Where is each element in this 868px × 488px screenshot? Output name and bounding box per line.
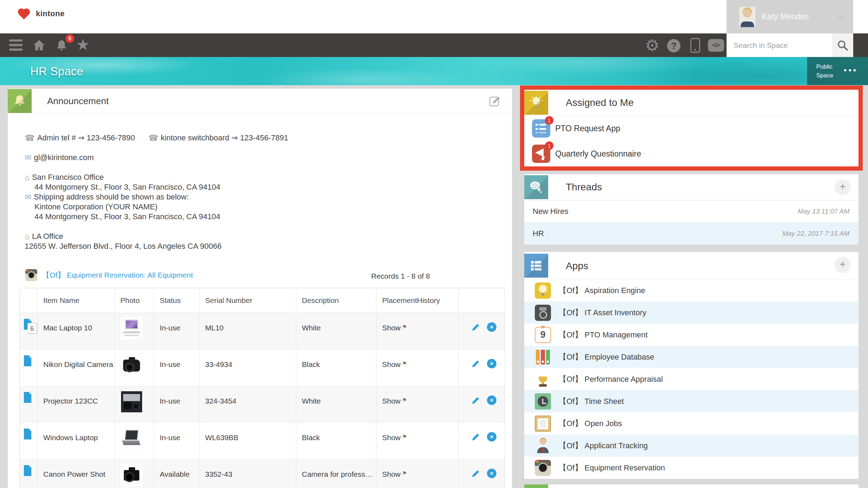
record-icon-cell — [20, 386, 38, 423]
item-name-cell: Mac Laptop 10 — [38, 313, 115, 349]
actions-cell — [459, 386, 505, 423]
help-icon[interactable]: ? — [667, 39, 680, 52]
equipment-table: Item NamePhotoStatusSerial NumberDescrip… — [19, 288, 505, 488]
thread-timestamp: May 22, 2017 7:15 AM — [783, 230, 849, 237]
table-row[interactable]: Canon Power ShotAvailable3352-43Camera f… — [20, 460, 505, 488]
app-list-item[interactable]: 【Of】 Open Jobs — [524, 412, 859, 435]
thread-item[interactable]: HRMay 22, 2017 7:15 AM — [524, 222, 859, 245]
delete-record-button[interactable] — [487, 359, 496, 368]
mobile-device-icon[interactable] — [690, 38, 700, 53]
chevron-down-icon — [837, 12, 843, 19]
thread-item[interactable]: New HiresMay 13 11:07 AM — [524, 200, 859, 222]
app-list-item[interactable]: 【Of】 Time Sheet — [524, 390, 859, 412]
favorites-star-icon[interactable]: ★ — [76, 36, 90, 53]
public-space-line2: Space — [816, 71, 833, 80]
add-thread-button[interactable] — [835, 179, 851, 195]
assigned-item[interactable]: 1Quarterly Questionnaire — [524, 141, 859, 166]
settings-gear-icon[interactable]: ⚙ — [645, 36, 659, 55]
announcement-line: ✉gl@kirintone.com — [25, 153, 498, 163]
description-cell: Black — [296, 423, 376, 459]
column-header: PlacementHistory — [376, 288, 459, 313]
app-list-item[interactable]: 【Of】 Equipment Reservation — [524, 457, 859, 479]
clock-icon — [535, 393, 551, 410]
user-menu[interactable]: Katy Mendes — [727, 0, 853, 33]
edit-record-button[interactable] — [471, 432, 481, 459]
public-space-line1: Public — [816, 63, 833, 71]
calendar-icon — [535, 327, 551, 343]
equipment-reservation-link-text: 【Of】 Equipment Reservation: All Equipmen… — [42, 270, 193, 280]
table-row[interactable]: Projector 123CCIn-use324-3454WhiteShow⚑ — [20, 386, 505, 423]
app-list-item[interactable]: 【Of】 Performance Appraisal — [524, 368, 859, 390]
phone-icon: ☎ — [25, 134, 35, 142]
assigned-item-icon-wrap: 1 — [532, 119, 550, 138]
column-header: Serial Number — [199, 288, 296, 313]
search-input[interactable] — [727, 33, 832, 57]
status-cell: In-use — [154, 423, 199, 459]
announcement-header: Announcement — [8, 89, 512, 113]
actions-cell — [459, 460, 505, 488]
developer-code-icon[interactable]: </> — [708, 39, 724, 52]
thread-title: New Hires — [533, 207, 568, 216]
placement-history-show[interactable]: Show — [382, 433, 401, 442]
table-row[interactable]: Nikon Digital CameraIn-use33-4934BlackSh… — [20, 350, 505, 386]
app-list-item[interactable]: 【Of】 PTO Management — [524, 324, 859, 346]
announcement-bell-icon — [8, 89, 32, 113]
app-list-item[interactable]: 【Of】 Applicant Tracking — [524, 435, 859, 457]
flag-icon: ⚑ — [402, 434, 407, 440]
app-list-item[interactable]: 【Of】 Employee Database — [524, 346, 859, 368]
add-app-button[interactable] — [835, 257, 851, 273]
announcement-line: 12655 W. Jefferson Blvd., Floor 4, Los A… — [25, 241, 498, 251]
column-header: Photo — [115, 288, 154, 313]
announcement-line — [25, 163, 498, 172]
flag-icon: ⚑ — [402, 361, 407, 367]
edit-announcement-button[interactable] — [487, 93, 503, 109]
records-bar: 【Of】 Equipment Reservation: All Equipmen… — [8, 269, 512, 285]
phone-icon: ☎ — [148, 134, 158, 142]
record-icon-cell: 6 — [20, 313, 38, 349]
delete-record-button[interactable] — [487, 432, 496, 442]
equipment-reservation-link[interactable]: 【Of】 Equipment Reservation: All Equipmen… — [25, 269, 193, 281]
edit-record-button[interactable] — [471, 469, 481, 488]
assigned-item-label: PTO Request App — [555, 124, 620, 133]
edit-record-button[interactable] — [471, 322, 481, 349]
edit-record-button[interactable] — [471, 359, 481, 386]
clipboard-icon — [535, 416, 551, 432]
description-cell: Black — [296, 350, 376, 386]
placement-history-show[interactable]: Show — [382, 360, 401, 368]
table-row[interactable]: Windows LaptopIn-useWL639BBBlackShow⚑ — [20, 423, 505, 460]
placement-history-show[interactable]: Show — [382, 324, 401, 332]
delete-record-button[interactable] — [487, 322, 496, 332]
assigned-item-label: Quarterly Questionnaire — [555, 149, 641, 159]
records-count: Records 1 - 8 of 8 — [371, 272, 430, 280]
placement-history-show[interactable]: Show — [382, 470, 401, 478]
mail-icon: ✉ — [25, 153, 31, 162]
apps-header: Apps — [524, 252, 859, 279]
description-cell: White — [296, 313, 376, 349]
home-icon[interactable] — [32, 38, 46, 54]
placement-history-show[interactable]: Show — [382, 397, 401, 405]
delete-record-button[interactable] — [487, 469, 496, 478]
item-name-cell: Canon Power Shot — [38, 460, 115, 488]
table-row[interactable]: 6Mac Laptop 10In-useML10WhiteShow⚑ — [20, 313, 505, 350]
hamburger-menu-icon[interactable] — [9, 39, 23, 51]
threads-speech-icon — [524, 175, 548, 199]
app-list-item[interactable]: 【Of】 Aspiration Engine — [524, 279, 859, 302]
apps-title: Apps — [566, 260, 588, 272]
unread-count-badge: 1 — [545, 116, 553, 125]
trophy-icon — [535, 371, 551, 387]
delete-record-button[interactable] — [487, 395, 496, 405]
photo-cell — [115, 350, 154, 386]
space-options-dots-icon[interactable] — [844, 65, 858, 75]
edit-record-button[interactable] — [471, 395, 481, 423]
app-list-item[interactable]: 【Of】 IT Asset Inventory — [524, 302, 859, 324]
user-name: Katy Mendes — [762, 12, 809, 21]
kintone-logo[interactable]: kintone — [18, 9, 65, 18]
item-photo — [120, 317, 143, 340]
search-button[interactable] — [832, 33, 853, 57]
announcement-segment: ⌂LA Office — [25, 232, 63, 241]
assigned-item[interactable]: 1PTO Request App — [524, 116, 859, 141]
column-header: Item Name — [38, 288, 115, 313]
announcement-title: Announcement — [47, 96, 109, 107]
item-name-cell: Windows Laptop — [38, 423, 115, 459]
placement-history-cell: Show⚑ — [376, 423, 459, 459]
